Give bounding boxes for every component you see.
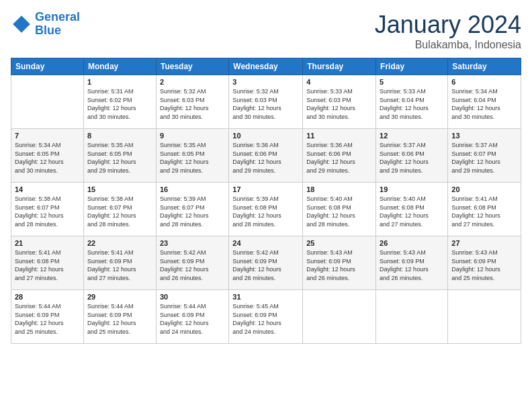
day-info: Sunrise: 5:31 AM Sunset: 6:02 PM Dayligh… bbox=[87, 87, 152, 121]
calendar-cell: 3Sunrise: 5:32 AM Sunset: 6:03 PM Daylig… bbox=[229, 75, 303, 129]
day-info: Sunrise: 5:42 AM Sunset: 6:09 PM Dayligh… bbox=[160, 248, 225, 282]
day-info: Sunrise: 5:40 AM Sunset: 6:08 PM Dayligh… bbox=[306, 195, 372, 228]
location-title: Bulakamba, Indonesia bbox=[375, 39, 521, 51]
day-number: 17 bbox=[232, 185, 299, 193]
calendar-cell: 19Sunrise: 5:40 AM Sunset: 6:08 PM Dayli… bbox=[376, 183, 448, 236]
calendar-cell: 31Sunrise: 5:45 AM Sunset: 6:09 PM Dayli… bbox=[229, 290, 303, 344]
calendar-cell: 4Sunrise: 5:33 AM Sunset: 6:03 PM Daylig… bbox=[303, 75, 376, 129]
header-monday: Monday bbox=[83, 58, 156, 75]
calendar-cell: 12Sunrise: 5:37 AM Sunset: 6:06 PM Dayli… bbox=[376, 129, 448, 183]
header-wednesday: Wednesday bbox=[229, 58, 303, 75]
calendar-cell: 16Sunrise: 5:39 AM Sunset: 6:07 PM Dayli… bbox=[156, 183, 228, 236]
day-number: 8 bbox=[87, 132, 152, 140]
day-info: Sunrise: 5:34 AM Sunset: 6:04 PM Dayligh… bbox=[451, 87, 517, 121]
day-number: 2 bbox=[160, 78, 225, 86]
day-info: Sunrise: 5:39 AM Sunset: 6:07 PM Dayligh… bbox=[160, 195, 225, 228]
day-info: Sunrise: 5:42 AM Sunset: 6:09 PM Dayligh… bbox=[232, 248, 299, 282]
day-info: Sunrise: 5:41 AM Sunset: 6:08 PM Dayligh… bbox=[451, 195, 517, 228]
calendar-cell: 27Sunrise: 5:43 AM Sunset: 6:09 PM Dayli… bbox=[448, 236, 521, 290]
day-number: 3 bbox=[232, 78, 299, 86]
calendar-cell: 5Sunrise: 5:33 AM Sunset: 6:04 PM Daylig… bbox=[376, 75, 448, 129]
logo-icon bbox=[11, 13, 32, 35]
day-info: Sunrise: 5:36 AM Sunset: 6:06 PM Dayligh… bbox=[232, 141, 299, 175]
day-number: 10 bbox=[232, 132, 299, 140]
calendar-cell: 13Sunrise: 5:37 AM Sunset: 6:07 PM Dayli… bbox=[448, 129, 521, 183]
day-number: 21 bbox=[15, 239, 80, 247]
month-title: January 2024 bbox=[375, 11, 521, 39]
calendar-cell: 24Sunrise: 5:42 AM Sunset: 6:09 PM Dayli… bbox=[229, 236, 303, 290]
calendar-cell bbox=[11, 75, 84, 129]
day-number: 26 bbox=[380, 239, 444, 247]
logo-text: General Blue bbox=[35, 11, 80, 38]
logo: General Blue bbox=[11, 11, 80, 38]
day-number: 7 bbox=[15, 132, 80, 140]
header-saturday: Saturday bbox=[448, 58, 521, 75]
day-info: Sunrise: 5:39 AM Sunset: 6:08 PM Dayligh… bbox=[232, 195, 299, 228]
day-info: Sunrise: 5:37 AM Sunset: 6:07 PM Dayligh… bbox=[451, 141, 517, 175]
logo-line2: Blue bbox=[35, 24, 61, 37]
day-info: Sunrise: 5:37 AM Sunset: 6:06 PM Dayligh… bbox=[380, 141, 444, 175]
header-thursday: Thursday bbox=[303, 58, 376, 75]
week-row-5: 28Sunrise: 5:44 AM Sunset: 6:09 PM Dayli… bbox=[11, 290, 521, 344]
calendar-cell: 1Sunrise: 5:31 AM Sunset: 6:02 PM Daylig… bbox=[83, 75, 156, 129]
day-number: 18 bbox=[306, 185, 372, 193]
day-info: Sunrise: 5:35 AM Sunset: 6:05 PM Dayligh… bbox=[160, 141, 225, 175]
day-number: 24 bbox=[232, 239, 299, 247]
day-info: Sunrise: 5:35 AM Sunset: 6:05 PM Dayligh… bbox=[87, 141, 152, 175]
day-number: 14 bbox=[15, 185, 80, 193]
day-info: Sunrise: 5:32 AM Sunset: 6:03 PM Dayligh… bbox=[232, 87, 299, 121]
day-number: 27 bbox=[451, 239, 517, 247]
day-info: Sunrise: 5:43 AM Sunset: 6:09 PM Dayligh… bbox=[306, 248, 372, 282]
day-info: Sunrise: 5:32 AM Sunset: 6:03 PM Dayligh… bbox=[160, 87, 225, 121]
day-info: Sunrise: 5:43 AM Sunset: 6:09 PM Dayligh… bbox=[451, 248, 517, 282]
calendar-cell: 26Sunrise: 5:43 AM Sunset: 6:09 PM Dayli… bbox=[376, 236, 448, 290]
day-info: Sunrise: 5:38 AM Sunset: 6:07 PM Dayligh… bbox=[15, 195, 80, 228]
day-number: 20 bbox=[451, 185, 517, 193]
day-number: 11 bbox=[306, 132, 372, 140]
calendar-cell: 14Sunrise: 5:38 AM Sunset: 6:07 PM Dayli… bbox=[11, 183, 84, 236]
week-row-2: 7Sunrise: 5:34 AM Sunset: 6:05 PM Daylig… bbox=[11, 129, 521, 183]
calendar-cell: 15Sunrise: 5:38 AM Sunset: 6:07 PM Dayli… bbox=[83, 183, 156, 236]
header-friday: Friday bbox=[376, 58, 448, 75]
svg-marker-0 bbox=[13, 15, 30, 33]
day-info: Sunrise: 5:33 AM Sunset: 6:04 PM Dayligh… bbox=[380, 87, 444, 121]
calendar-cell: 30Sunrise: 5:44 AM Sunset: 6:09 PM Dayli… bbox=[156, 290, 228, 344]
header: General Blue January 2024 Bulakamba, Ind… bbox=[11, 11, 521, 51]
calendar-cell bbox=[376, 290, 448, 344]
calendar-cell: 22Sunrise: 5:41 AM Sunset: 6:09 PM Dayli… bbox=[83, 236, 156, 290]
day-info: Sunrise: 5:36 AM Sunset: 6:06 PM Dayligh… bbox=[306, 141, 372, 175]
day-number: 22 bbox=[87, 239, 152, 247]
header-sunday: Sunday bbox=[11, 58, 84, 75]
calendar-cell: 29Sunrise: 5:44 AM Sunset: 6:09 PM Dayli… bbox=[83, 290, 156, 344]
calendar-cell: 28Sunrise: 5:44 AM Sunset: 6:09 PM Dayli… bbox=[11, 290, 84, 344]
calendar-cell: 8Sunrise: 5:35 AM Sunset: 6:05 PM Daylig… bbox=[83, 129, 156, 183]
day-number: 19 bbox=[380, 185, 444, 193]
day-number: 25 bbox=[306, 239, 372, 247]
day-number: 30 bbox=[160, 293, 225, 301]
day-info: Sunrise: 5:44 AM Sunset: 6:09 PM Dayligh… bbox=[87, 302, 152, 336]
day-info: Sunrise: 5:38 AM Sunset: 6:07 PM Dayligh… bbox=[87, 195, 152, 228]
day-number: 6 bbox=[451, 78, 517, 86]
week-row-4: 21Sunrise: 5:41 AM Sunset: 6:08 PM Dayli… bbox=[11, 236, 521, 290]
day-number: 23 bbox=[160, 239, 225, 247]
day-number: 28 bbox=[15, 293, 80, 301]
day-number: 4 bbox=[306, 78, 372, 86]
day-number: 29 bbox=[87, 293, 152, 301]
day-number: 12 bbox=[380, 132, 444, 140]
day-info: Sunrise: 5:43 AM Sunset: 6:09 PM Dayligh… bbox=[380, 248, 444, 282]
calendar-cell: 11Sunrise: 5:36 AM Sunset: 6:06 PM Dayli… bbox=[303, 129, 376, 183]
calendar-cell: 6Sunrise: 5:34 AM Sunset: 6:04 PM Daylig… bbox=[448, 75, 521, 129]
day-info: Sunrise: 5:44 AM Sunset: 6:09 PM Dayligh… bbox=[160, 302, 225, 336]
day-info: Sunrise: 5:33 AM Sunset: 6:03 PM Dayligh… bbox=[306, 87, 372, 121]
header-tuesday: Tuesday bbox=[156, 58, 228, 75]
day-info: Sunrise: 5:34 AM Sunset: 6:05 PM Dayligh… bbox=[15, 141, 80, 175]
calendar-cell: 10Sunrise: 5:36 AM Sunset: 6:06 PM Dayli… bbox=[229, 129, 303, 183]
calendar-cell bbox=[448, 290, 521, 344]
calendar-cell: 2Sunrise: 5:32 AM Sunset: 6:03 PM Daylig… bbox=[156, 75, 228, 129]
calendar-cell: 18Sunrise: 5:40 AM Sunset: 6:08 PM Dayli… bbox=[303, 183, 376, 236]
calendar-cell: 25Sunrise: 5:43 AM Sunset: 6:09 PM Dayli… bbox=[303, 236, 376, 290]
calendar-cell: 17Sunrise: 5:39 AM Sunset: 6:08 PM Dayli… bbox=[229, 183, 303, 236]
page: General Blue January 2024 Bulakamba, Ind… bbox=[0, 0, 532, 411]
calendar-cell: 20Sunrise: 5:41 AM Sunset: 6:08 PM Dayli… bbox=[448, 183, 521, 236]
calendar-table: Sunday Monday Tuesday Wednesday Thursday… bbox=[11, 58, 521, 344]
